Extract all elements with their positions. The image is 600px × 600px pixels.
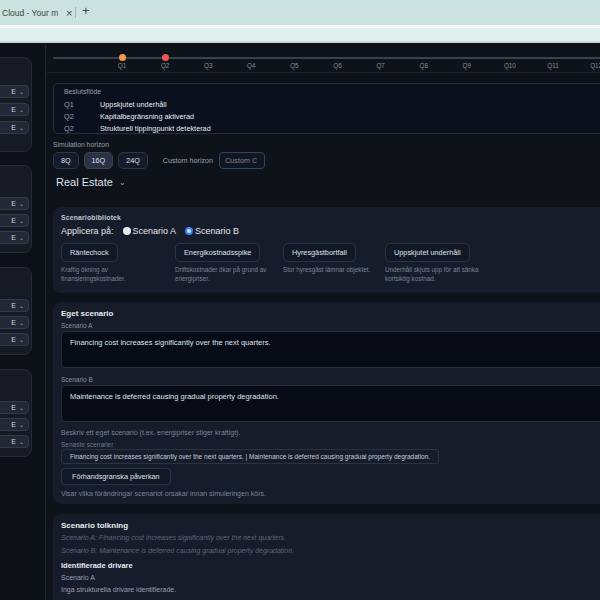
- apply-to-label: Applicera på:: [61, 226, 114, 236]
- scenario-library-title: Scenariobibliotek: [61, 214, 600, 221]
- interpretation-line-a: Scenario A: Financing cost increases sig…: [61, 534, 286, 541]
- sidebar-dropdown-text: E: [11, 319, 16, 326]
- scenario-b-label: Scenario B: [61, 376, 93, 383]
- decision-flow-rows: Q1Uppskjutet underhållQ2Kapitalbegränsni…: [64, 99, 600, 135]
- simulation-horizon-controls: 8Q16Q24Q Custom horizon: [53, 151, 265, 169]
- horizon-option-24q[interactable]: 24Q: [118, 152, 148, 169]
- main-content: Q1Q2Q3Q4Q5Q6Q7Q8Q9Q10Q11Q12 Beslutsflöde…: [47, 45, 600, 600]
- custom-scenario-panel: Eget scenario Scenario A Financing cost …: [53, 302, 600, 504]
- tab-title: Cloud - Your medi: [0, 8, 58, 18]
- sidebar-dropdown-text: E: [11, 421, 16, 428]
- radio-a-label: Scenario A: [133, 226, 177, 236]
- library-scenario-description: Underhåll skjuts upp för att sänka korts…: [385, 266, 503, 283]
- chevron-down-icon: ⌄: [19, 125, 24, 131]
- radio-a-icon: [123, 227, 131, 235]
- timeline-event-marker[interactable]: [119, 54, 126, 61]
- chevron-down-icon: ⌄: [19, 405, 24, 411]
- decision-flow-panel: Beslutsflöde Q1Uppskjutet underhållQ2Kap…: [53, 83, 600, 134]
- chevron-down-icon: ⌄: [19, 235, 24, 241]
- interpretation-title: Scenario tolkning: [61, 521, 600, 530]
- chevron-down-icon: ⌄: [19, 89, 24, 95]
- library-scenario-button[interactable]: Hyresgästbortfall: [283, 243, 356, 262]
- sidebar-dropdown[interactable]: E⌄: [0, 435, 29, 448]
- sidebar-dropdown[interactable]: E⌄: [0, 316, 29, 329]
- sidebar-card: E⌄E⌄E⌄: [0, 165, 32, 253]
- custom-scenario-helper: Beskriv ett eget scenario (t.ex. energip…: [61, 429, 240, 436]
- app-page: E⌄E⌄E⌄E⌄E⌄E⌄E⌄E⌄E⌄E⌄E⌄E⌄ Q1Q2Q3Q4Q5Q6Q7Q…: [0, 45, 600, 600]
- radio-b-label: Scenario B: [195, 226, 239, 236]
- timeline-quarter-label: Q1: [118, 62, 126, 69]
- scenario-a-label: Scenario A: [61, 322, 92, 329]
- timeline-quarter-label: Q6: [333, 62, 341, 69]
- horizon-option-16q[interactable]: 16Q: [84, 152, 114, 169]
- library-scenario: HyresgästbortfallStor hyresgäst lämnar o…: [283, 243, 375, 283]
- sidebar-dropdown[interactable]: E⌄: [0, 299, 29, 312]
- left-sidebar: E⌄E⌄E⌄E⌄E⌄E⌄E⌄E⌄E⌄E⌄E⌄E⌄: [0, 45, 46, 600]
- sidebar-dropdown-text: E: [11, 124, 16, 131]
- decision-label: Uppskjutet underhåll: [100, 99, 167, 111]
- library-scenario-description: Stor hyresgäst lämnar objektet.: [283, 266, 375, 275]
- sidebar-card: E⌄E⌄E⌄: [0, 57, 32, 152]
- timeline-quarter-label: Q7: [376, 62, 384, 69]
- radio-scenario-a[interactable]: Scenario A: [123, 226, 177, 236]
- library-scenario-description: Driftskostnader ökar på grund av energip…: [175, 266, 273, 283]
- decision-flow-row: Q2Strukturell tippingpunkt detekterad: [64, 123, 600, 135]
- browser-tab[interactable]: Cloud - Your medi ×: [0, 0, 72, 25]
- sidebar-dropdown[interactable]: E⌄: [0, 231, 29, 244]
- recent-scenario-chip[interactable]: Financing cost increases significantly o…: [61, 449, 439, 464]
- decision-quarter: Q2: [64, 123, 100, 135]
- timeline-quarter-label: Q12: [590, 62, 600, 69]
- timeline-quarter-label: Q8: [419, 62, 427, 69]
- timeline-quarter-label: Q3: [204, 62, 212, 69]
- scenario-b-textarea[interactable]: Maintenance is deferred causing gradual …: [61, 385, 600, 422]
- sidebar-dropdown-text: E: [11, 302, 16, 309]
- preview-impact-button[interactable]: Förhandsgranska påverkan: [61, 468, 171, 485]
- decision-quarter: Q2: [64, 111, 100, 123]
- timeline-track: [53, 57, 600, 59]
- screen: Cloud - Your medi × + E⌄E⌄E⌄E⌄E⌄E⌄E⌄E⌄E⌄…: [0, 0, 600, 600]
- scenario-a-textarea[interactable]: Financing cost increases significantly o…: [61, 331, 600, 368]
- timeline-quarter-label: Q4: [247, 62, 255, 69]
- decision-label: Strukturell tippingpunkt detekterad: [100, 123, 211, 135]
- browser-chrome: Cloud - Your medi × +: [0, 0, 600, 45]
- interpretation-line-b: Scenario B: Maintenance is deferred caus…: [61, 547, 294, 554]
- sidebar-dropdown[interactable]: E⌄: [0, 214, 29, 227]
- browser-tabbar: Cloud - Your medi × +: [0, 0, 600, 25]
- horizon-option-8q[interactable]: 8Q: [53, 152, 79, 169]
- custom-horizon-label: Custom horizon: [163, 156, 213, 165]
- drivers-scenario-label: Scenario A: [61, 574, 95, 581]
- decision-flow-title: Beslutsflöde: [64, 88, 600, 95]
- custom-horizon-input[interactable]: [219, 152, 265, 169]
- radio-b-icon: [185, 227, 193, 235]
- apply-to-row: Applicera på: Scenario A Scenario B: [61, 226, 600, 236]
- decision-quarter: Q1: [64, 99, 100, 111]
- chevron-down-icon: ⌄: [19, 218, 24, 224]
- recent-scenarios-label: Senaste scenarier: [61, 441, 113, 448]
- library-scenario-button[interactable]: Räntechock: [61, 243, 118, 262]
- tab-divider: [75, 7, 76, 18]
- decision-flow-row: Q2Kapitalbegränsning aktiverad: [64, 111, 600, 123]
- decision-flow-row: Q1Uppskjutet underhåll: [64, 99, 600, 111]
- asset-class-label: Real Estate: [56, 176, 113, 188]
- timeline-quarter-label: Q9: [463, 62, 471, 69]
- sidebar-dropdown[interactable]: E⌄: [0, 85, 29, 98]
- sidebar-dropdown[interactable]: E⌄: [0, 121, 29, 134]
- sidebar-dropdown[interactable]: E⌄: [0, 401, 29, 414]
- new-tab-icon[interactable]: +: [82, 3, 90, 18]
- sidebar-dropdown[interactable]: E⌄: [0, 418, 29, 431]
- library-scenario-button[interactable]: Uppskjutet underhåll: [385, 243, 470, 262]
- asset-class-selector[interactable]: Real Estate ⌄: [56, 176, 126, 188]
- sidebar-card: E⌄E⌄E⌄: [0, 369, 32, 457]
- radio-scenario-b[interactable]: Scenario B: [185, 226, 239, 236]
- sidebar-dropdown[interactable]: E⌄: [0, 197, 29, 210]
- library-scenario-button[interactable]: Energikostnadsspike: [175, 243, 260, 262]
- simulation-horizon-label: Simulation horizon: [53, 141, 109, 148]
- sidebar-dropdown-text: E: [11, 234, 16, 241]
- sidebar-dropdown-text: E: [11, 336, 16, 343]
- timeline-event-marker[interactable]: [162, 54, 169, 61]
- sidebar-dropdown[interactable]: E⌄: [0, 333, 29, 346]
- sidebar-dropdown[interactable]: E⌄: [0, 103, 29, 116]
- sidebar-card: E⌄E⌄E⌄: [0, 267, 32, 355]
- tab-close-icon[interactable]: ×: [66, 7, 72, 19]
- decision-label: Kapitalbegränsning aktiverad: [100, 111, 194, 123]
